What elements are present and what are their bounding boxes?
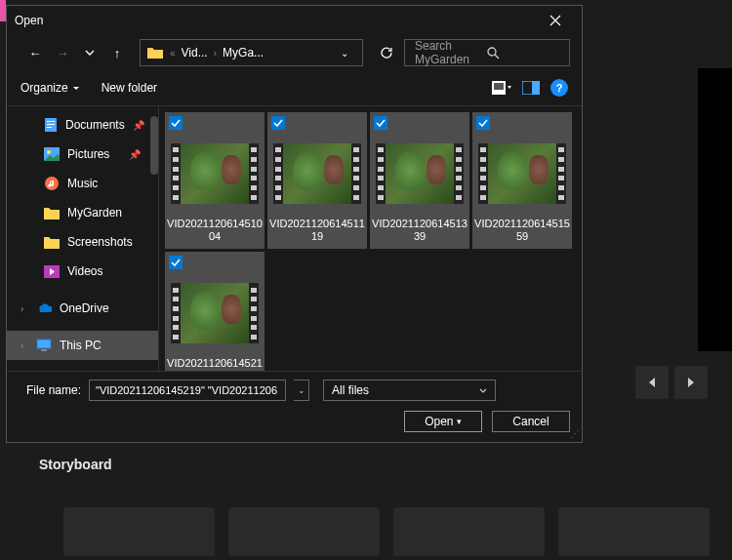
svg-rect-13	[37, 340, 51, 348]
tree-label: MyGarden	[67, 206, 122, 220]
tree-item-pictures[interactable]: Pictures 📌	[7, 140, 158, 169]
recent-dropdown[interactable]	[79, 42, 101, 63]
forward-button[interactable]: →	[52, 42, 73, 63]
organize-menu[interactable]: Organize	[20, 81, 80, 95]
file-checkbox[interactable]	[271, 116, 285, 130]
resize-grip[interactable]: ⋰	[570, 428, 578, 439]
tree-item-videos[interactable]: Videos	[7, 257, 158, 286]
folder-tree: Documents 📌 Pictures 📌 Music MyGarden Sc…	[7, 106, 159, 371]
tree-item-music[interactable]: Music	[7, 169, 158, 198]
file-item[interactable]: VID202112061452119	[165, 252, 264, 371]
open-button[interactable]: Open ▾	[404, 411, 482, 432]
dialog-titlebar: Open	[7, 6, 582, 35]
file-thumbnail	[269, 132, 365, 216]
tree-item-onedrive[interactable]: › OneDrive	[7, 294, 158, 323]
up-button[interactable]: ↑	[106, 42, 128, 63]
file-list-pane[interactable]: VID202112061451004 VID202112061451119 VI…	[159, 106, 582, 371]
pin-icon: 📌	[129, 149, 141, 160]
refresh-button[interactable]	[375, 41, 398, 64]
storyboard-heading: Storyboard	[39, 457, 112, 472]
view-mode-button[interactable]	[492, 80, 511, 96]
close-button[interactable]	[537, 6, 574, 35]
documents-icon	[44, 117, 58, 133]
svg-rect-4	[532, 81, 540, 95]
dialog-toolbar: Organize New folder ?	[7, 70, 582, 105]
navigation-row: ← → ↑ « Vid... › MyGa... ⌄ Search MyGard…	[7, 35, 582, 70]
open-label: Open	[425, 415, 453, 428]
file-item[interactable]: VID202112061451004	[165, 112, 264, 249]
breadcrumb-chevron-icon: «	[170, 48, 176, 59]
storyboard-slot[interactable]	[63, 507, 215, 556]
file-name-label: VID202112061451004	[167, 216, 263, 247]
dialog-bottom-panel: File name: "VID20211206145219" "VID20211…	[7, 371, 582, 442]
filename-value: "VID20211206145219" "VID20211206	[96, 384, 277, 396]
tree-item-documents[interactable]: Documents 📌	[7, 110, 158, 140]
file-thumbnail	[474, 132, 570, 216]
breadcrumb-segment[interactable]: Vid...	[182, 46, 208, 60]
file-thumbnail	[372, 132, 468, 216]
pictures-icon	[44, 146, 60, 162]
file-item[interactable]: VID202112061451339	[370, 112, 469, 249]
music-icon	[44, 176, 60, 191]
filename-dropdown[interactable]: ⌄	[294, 380, 309, 401]
tree-label: Pictures	[67, 147, 109, 161]
videos-icon	[44, 263, 60, 279]
tree-label: Screenshots	[67, 235, 133, 249]
svg-rect-7	[47, 124, 55, 125]
file-item[interactable]: VID202112061451559	[472, 112, 572, 249]
help-button[interactable]: ?	[550, 79, 568, 97]
new-folder-label: New folder	[102, 81, 157, 95]
back-button[interactable]: ←	[24, 42, 46, 63]
folder-icon	[146, 46, 164, 60]
preview-pane-button[interactable]	[521, 80, 541, 96]
open-file-dialog: Open ← → ↑ « Vid... › MyGa... ⌄ Search M…	[6, 5, 583, 443]
search-icon	[487, 47, 559, 60]
svg-rect-6	[47, 121, 55, 122]
filename-label: File name:	[19, 383, 81, 397]
file-checkbox[interactable]	[169, 256, 183, 269]
file-checkbox[interactable]	[374, 116, 387, 130]
address-dropdown[interactable]: ⌄	[333, 48, 356, 59]
tree-item-screenshots[interactable]: Screenshots	[7, 227, 158, 257]
dialog-body: Documents 📌 Pictures 📌 Music MyGarden Sc…	[7, 105, 582, 371]
tree-item-this-pc[interactable]: › This PC	[7, 331, 158, 360]
file-filter-select[interactable]: All files	[323, 380, 496, 401]
breadcrumb-segment[interactable]: MyGa...	[223, 46, 264, 60]
transport-controls	[635, 366, 708, 399]
file-thumbnail	[167, 271, 263, 355]
search-placeholder: Search MyGarden	[415, 39, 487, 66]
tree-label: Music	[67, 177, 98, 190]
storyboard-track	[63, 507, 710, 556]
onedrive-icon	[36, 300, 52, 316]
this-pc-icon	[36, 338, 52, 353]
play-button[interactable]	[674, 366, 708, 399]
file-grid: VID202112061451004 VID202112061451119 VI…	[165, 112, 576, 371]
file-name-label: VID202112061451119	[269, 216, 365, 247]
cancel-button[interactable]: Cancel	[492, 411, 570, 432]
file-item[interactable]: VID202112061451119	[267, 112, 367, 249]
pin-icon: 📌	[133, 120, 144, 131]
file-checkbox[interactable]	[476, 116, 490, 130]
svg-rect-8	[47, 127, 52, 128]
storyboard-slot[interactable]	[228, 507, 380, 556]
storyboard-slot[interactable]	[558, 507, 710, 556]
file-checkbox[interactable]	[169, 116, 183, 130]
search-input[interactable]: Search MyGarden	[404, 39, 570, 66]
file-name-label: VID202112061451559	[474, 216, 570, 247]
tree-item-mygarden[interactable]: MyGarden	[7, 198, 158, 227]
file-thumbnail	[167, 132, 263, 216]
dialog-title: Open	[15, 14, 537, 27]
svg-point-11	[45, 177, 59, 190]
expand-icon[interactable]: ›	[20, 340, 23, 351]
tree-label: OneDrive	[60, 301, 109, 315]
storyboard-slot[interactable]	[393, 507, 545, 556]
prev-button[interactable]	[635, 366, 669, 399]
new-folder-button[interactable]: New folder	[102, 81, 157, 95]
filename-input[interactable]: "VID20211206145219" "VID20211206	[89, 380, 286, 401]
svg-point-10	[47, 150, 51, 154]
expand-icon[interactable]: ›	[20, 303, 23, 314]
address-bar[interactable]: « Vid... › MyGa... ⌄	[140, 39, 363, 66]
video-preview-area	[698, 68, 732, 351]
folder-icon	[44, 205, 60, 220]
organize-label: Organize	[20, 81, 68, 95]
